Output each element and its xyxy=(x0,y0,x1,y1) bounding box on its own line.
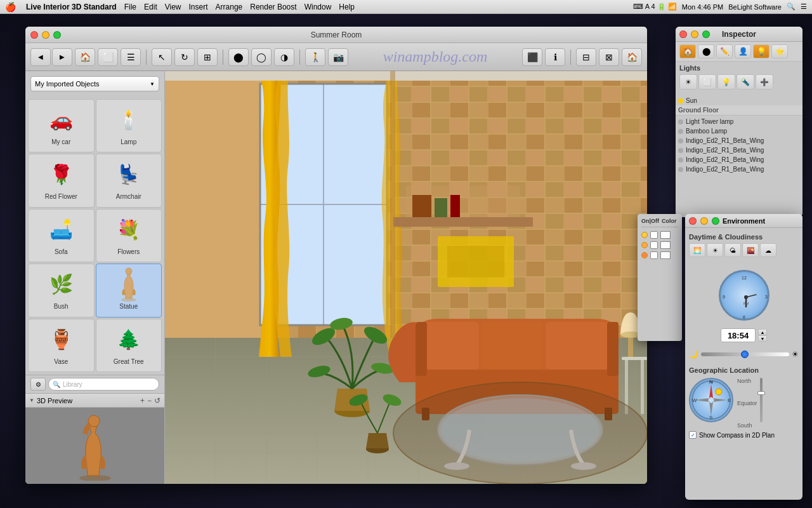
maximize-button[interactable] xyxy=(53,31,61,39)
close-button[interactable] xyxy=(30,31,38,39)
inspector-close-button[interactable] xyxy=(679,30,687,38)
add-spot-button[interactable]: 🔦 xyxy=(737,74,754,90)
list-item[interactable]: Light Tower lamp xyxy=(676,117,802,126)
view-3d[interactable]: ⊠ xyxy=(599,48,619,66)
objects-dropdown[interactable]: My Imported Objects ▼ xyxy=(30,76,159,91)
menu-render[interactable]: Render Boost xyxy=(250,3,296,11)
time-decrement-button[interactable]: ▼ xyxy=(758,335,767,342)
snap-tool[interactable]: ⊞ xyxy=(197,48,218,66)
app-name[interactable]: Live Interior 3D Standard xyxy=(26,3,117,11)
svg-text:N: N xyxy=(709,379,713,385)
menu-insert[interactable]: Insert xyxy=(189,3,208,11)
brightness-track[interactable] xyxy=(701,352,789,356)
compass[interactable]: N S E W xyxy=(689,378,733,422)
material-tool[interactable]: ◑ xyxy=(274,48,294,66)
onoff-checkbox-1[interactable] xyxy=(650,231,658,239)
env-minimize-button[interactable] xyxy=(700,217,708,225)
color-swatch-2[interactable] xyxy=(660,241,671,249)
add-light-button[interactable]: ➕ xyxy=(756,74,773,90)
inspector-bulb-tab[interactable]: 💡 xyxy=(753,44,769,58)
menu-extra-icon[interactable]: ☰ xyxy=(801,3,807,11)
color-swatch-3[interactable] xyxy=(660,251,671,259)
circle-tool[interactable]: ⬤ xyxy=(228,48,249,66)
cursor-tool[interactable]: ↖ xyxy=(152,48,172,66)
env-close-button[interactable] xyxy=(689,217,697,225)
add-sun-button[interactable]: ☀ xyxy=(679,74,697,90)
inspector-maximize-button[interactable] xyxy=(702,30,710,38)
onoff-checkbox-2[interactable] xyxy=(650,241,658,249)
view-2d[interactable]: ⊟ xyxy=(576,48,596,66)
cube-tool[interactable]: ⬛ xyxy=(522,48,542,66)
onoff-row-2 xyxy=(641,241,678,249)
collapse-icon: ▼ xyxy=(29,398,34,403)
list-item[interactable]: 🌲 Great Tree xyxy=(96,319,162,372)
human-tool[interactable]: 🚶 xyxy=(305,48,325,66)
afternoon-button[interactable]: 🌤 xyxy=(724,243,741,257)
sun-item[interactable]: Sun xyxy=(676,96,802,105)
settings-button[interactable]: ⚙ xyxy=(30,378,46,391)
apple-menu[interactable]: 🍎 xyxy=(5,2,16,12)
list-item[interactable]: 🛋️ Sofa xyxy=(28,209,95,262)
color-swatch-1[interactable] xyxy=(660,231,671,239)
rotate-tool[interactable]: ↻ xyxy=(174,48,195,66)
camera-tool[interactable]: 📷 xyxy=(328,48,348,66)
time-increment-button[interactable]: ▲ xyxy=(758,329,767,335)
morning-button[interactable]: 🌅 xyxy=(689,243,705,257)
object-label-statue: Statue xyxy=(119,303,138,310)
inspector-minimize-button[interactable] xyxy=(691,30,698,38)
menu-edit[interactable]: Edit xyxy=(144,3,157,11)
floor-plan-button[interactable]: ⬜ xyxy=(98,48,118,66)
list-item-selected[interactable]: Statue xyxy=(96,264,162,317)
nav-forward-button[interactable]: ▶ xyxy=(52,48,72,66)
list-item[interactable]: 🌿 Bush xyxy=(28,264,95,317)
list-item[interactable]: Indigo_Ed2_R1_Beta_Wing xyxy=(676,145,802,155)
nav-back-button[interactable]: ◀ xyxy=(30,48,51,66)
refresh-button[interactable]: ↺ xyxy=(154,396,160,405)
light-label-1: Light Tower lamp xyxy=(686,118,733,125)
time-field[interactable]: 18:54 xyxy=(721,328,756,342)
list-item[interactable]: Indigo_Ed2_R1_Beta_Wing xyxy=(676,155,802,164)
menu-help[interactable]: Help xyxy=(339,3,355,11)
add-window-button[interactable]: ⬜ xyxy=(698,74,716,90)
latitude-slider[interactable] xyxy=(760,378,763,429)
list-item[interactable]: 💐 Flowers xyxy=(96,209,162,262)
menu-view[interactable]: View xyxy=(165,3,181,11)
inspector-pencil-tab[interactable]: ✏️ xyxy=(716,44,733,58)
show-compass-checkbox[interactable]: ✓ xyxy=(689,431,697,439)
env-maximize-button[interactable] xyxy=(712,217,719,225)
search-icon[interactable]: 🔍 xyxy=(787,3,796,11)
evening-button[interactable]: 🌇 xyxy=(742,243,759,257)
list-item[interactable]: 🏺 Vase xyxy=(28,319,95,372)
onoff-checkbox-3[interactable] xyxy=(650,251,658,259)
minimize-button[interactable] xyxy=(42,31,49,39)
menu-file[interactable]: File xyxy=(124,3,136,11)
list-view-button[interactable]: ☰ xyxy=(121,48,141,66)
inspector-person-tab[interactable]: 👤 xyxy=(735,44,751,58)
inspector-house-tab[interactable]: 🏠 xyxy=(679,44,696,58)
zoom-out-button[interactable]: − xyxy=(147,396,152,405)
lat-slider-thumb[interactable] xyxy=(757,391,765,395)
inspector-circle-tab[interactable]: ⬤ xyxy=(698,44,714,58)
ring-tool[interactable]: ◯ xyxy=(251,48,272,66)
menu-arrange[interactable]: Arrange xyxy=(216,3,243,11)
search-box[interactable]: 🔍 Library xyxy=(48,378,159,391)
cloud-button[interactable]: ☁ xyxy=(760,243,776,257)
room-canvas[interactable] xyxy=(165,71,647,484)
list-item[interactable]: 🌹 Red Flower xyxy=(28,154,95,207)
zoom-in-button[interactable]: + xyxy=(140,396,145,405)
inspector-star-tab[interactable]: ⭐ xyxy=(771,44,788,58)
list-item[interactable]: 🕯️ Lamp xyxy=(96,99,162,152)
list-item[interactable]: 🚗 My car xyxy=(28,99,95,152)
list-item[interactable]: Bamboo Lamp xyxy=(676,126,802,136)
home-view-button[interactable]: 🏠 xyxy=(75,48,95,66)
menu-window[interactable]: Window xyxy=(304,3,332,11)
list-item[interactable]: Indigo_Ed2_R1_Beta_Wing xyxy=(676,164,802,174)
preview-header[interactable]: ▼ 3D Preview + − ↺ xyxy=(25,394,164,408)
info-button[interactable]: ℹ xyxy=(545,48,565,66)
brightness-thumb[interactable] xyxy=(741,351,749,358)
add-lamp-button[interactable]: 💡 xyxy=(717,74,735,90)
list-item[interactable]: Indigo_Ed2_R1_Beta_Wing xyxy=(676,136,802,145)
list-item[interactable]: 💺 Armchair xyxy=(96,154,162,207)
view-home[interactable]: 🏠 xyxy=(622,48,642,66)
noon-button[interactable]: ☀ xyxy=(707,243,723,257)
